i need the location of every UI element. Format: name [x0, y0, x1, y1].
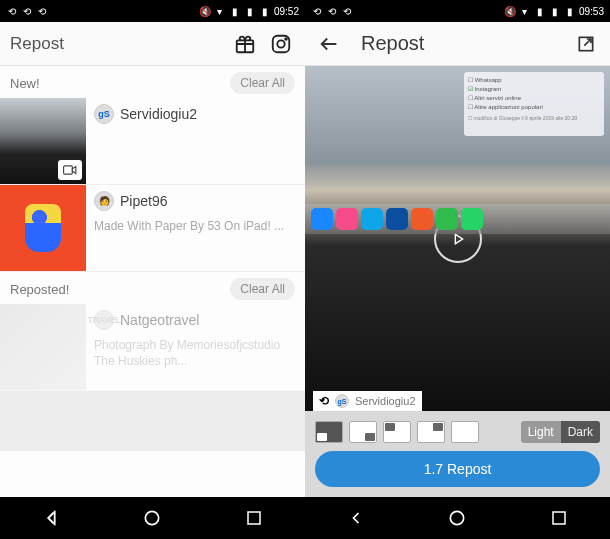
- wifi-icon: ▾: [519, 5, 531, 17]
- username-label: Natgeotravel: [120, 312, 199, 328]
- back-arrow-icon[interactable]: [315, 30, 343, 58]
- repost-status-icon: ⟲: [341, 5, 353, 17]
- header-left: Repost: [0, 22, 305, 66]
- caption-text: Made With Paper By 53 On iPad! ...: [94, 219, 297, 235]
- theme-toggle[interactable]: Light Dark: [521, 421, 600, 443]
- open-external-icon[interactable]: [572, 30, 600, 58]
- signal-icon: ▮: [534, 5, 546, 17]
- detail-media[interactable]: Whatsapp Instagram Altri servizi online …: [305, 66, 610, 411]
- badge-pos-bottom-left[interactable]: [315, 421, 343, 443]
- avatar: gS: [335, 394, 349, 408]
- item-thumbnail: [0, 185, 86, 271]
- item-thumbnail: [0, 98, 86, 184]
- badge-pos-none[interactable]: [451, 421, 479, 443]
- header-title: Repost: [10, 34, 223, 54]
- theme-light-label[interactable]: Light: [521, 421, 561, 443]
- list-item[interactable]: TRAVEL Natgeotravel Photograph By Memori…: [0, 304, 305, 391]
- feed-list: New! Clear All gS Servidiogiu2: [0, 66, 305, 497]
- repost-status-icon: ⟲: [6, 5, 18, 17]
- clear-all-button[interactable]: Clear All: [230, 72, 295, 94]
- nav-back-icon[interactable]: [336, 508, 376, 528]
- avatar: gS: [94, 104, 114, 124]
- list-item[interactable]: gS Servidiogiu2: [0, 98, 305, 185]
- avatar: 🧑: [94, 191, 114, 211]
- caption-text: Photograph By Memoriesofjcstudio The Hus…: [94, 338, 297, 369]
- signal-icon: ▮: [229, 5, 241, 17]
- badge-username: Servidiogiu2: [355, 395, 416, 407]
- username-label: Pipet96: [120, 193, 167, 209]
- gift-icon[interactable]: [231, 30, 259, 58]
- list-item[interactable]: 🧑 Pipet96 Made With Paper By 53 On iPad!…: [0, 185, 305, 272]
- badge-pos-bottom-right[interactable]: [349, 421, 377, 443]
- signal-icon: ▮: [549, 5, 561, 17]
- nav-recent-icon[interactable]: [539, 509, 579, 527]
- android-navbar: [305, 497, 610, 539]
- nav-back-icon[interactable]: [31, 507, 71, 529]
- status-time: 09:52: [274, 6, 299, 17]
- svg-point-2: [277, 40, 284, 47]
- video-badge-icon: [58, 160, 82, 180]
- svg-rect-6: [248, 512, 260, 524]
- battery-icon: ▮: [564, 5, 576, 17]
- nav-recent-icon[interactable]: [234, 509, 274, 527]
- clear-all-button[interactable]: Clear All: [230, 278, 295, 300]
- svg-rect-9: [553, 512, 565, 524]
- mac-dock: [305, 204, 610, 234]
- header-right: Repost: [305, 22, 610, 66]
- repost-controls: Light Dark 1.7 Repost: [305, 411, 610, 497]
- username-label: Servidiogiu2: [120, 106, 197, 122]
- svg-point-5: [146, 511, 159, 524]
- instagram-icon[interactable]: [267, 30, 295, 58]
- filler: [0, 391, 305, 451]
- status-time: 09:53: [579, 6, 604, 17]
- badge-pos-top-right[interactable]: [417, 421, 445, 443]
- screenshot-checklist: Whatsapp Instagram Altri servizi online …: [464, 72, 604, 136]
- repost-badge: ⟲ gS Servidiogiu2: [313, 391, 422, 411]
- nav-home-icon[interactable]: [437, 508, 477, 528]
- section-new-label: New!: [10, 76, 40, 91]
- avatar: TRAVEL: [94, 310, 114, 330]
- repost-status-icon: ⟲: [21, 5, 33, 17]
- phone-right: ⟲ ⟲ ⟲ 🔇 ▾ ▮ ▮ ▮ 09:53 Repost: [305, 0, 610, 539]
- wifi-icon: ▾: [214, 5, 226, 17]
- badge-pos-top-left[interactable]: [383, 421, 411, 443]
- mute-icon: 🔇: [199, 5, 211, 17]
- svg-rect-4: [64, 166, 73, 174]
- theme-dark-label[interactable]: Dark: [561, 421, 600, 443]
- statusbar-right: ⟲ ⟲ ⟲ 🔇 ▾ ▮ ▮ ▮ 09:53: [305, 0, 610, 22]
- nav-home-icon[interactable]: [132, 508, 172, 528]
- svg-point-8: [451, 511, 464, 524]
- statusbar-left: ⟲ ⟲ ⟲ 🔇 ▾ ▮ ▮ ▮ 09:52: [0, 0, 305, 22]
- repost-status-icon: ⟲: [311, 5, 323, 17]
- header-title: Repost: [361, 32, 564, 55]
- svg-point-3: [285, 38, 287, 40]
- section-reposted-label: Reposted!: [10, 282, 69, 297]
- repost-mark-icon: ⟲: [319, 394, 329, 408]
- phone-left: ⟲ ⟲ ⟲ 🔇 ▾ ▮ ▮ ▮ 09:52 Repost: [0, 0, 305, 539]
- repost-status-icon: ⟲: [36, 5, 48, 17]
- repost-status-icon: ⟲: [326, 5, 338, 17]
- repost-button[interactable]: 1.7 Repost: [315, 451, 600, 487]
- item-thumbnail: [0, 304, 86, 390]
- battery-icon: ▮: [259, 5, 271, 17]
- android-navbar: [0, 497, 305, 539]
- mute-icon: 🔇: [504, 5, 516, 17]
- signal-icon: ▮: [244, 5, 256, 17]
